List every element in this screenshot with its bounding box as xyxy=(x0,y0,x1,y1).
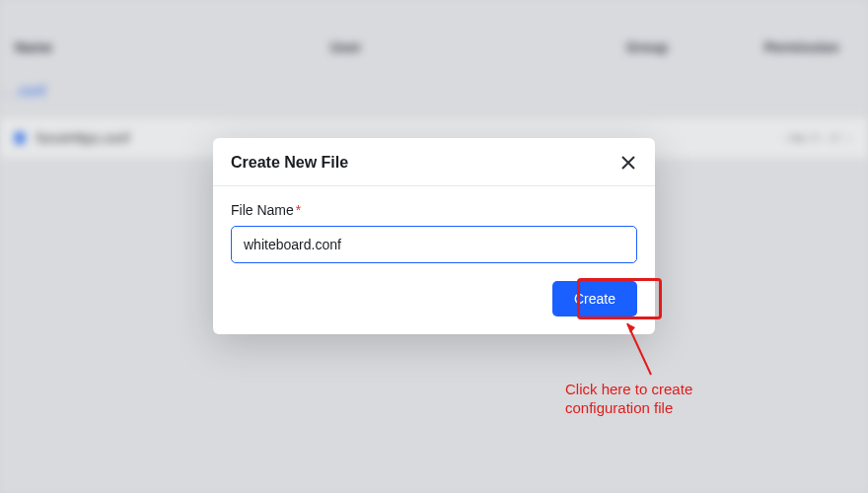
modal-title: Create New File xyxy=(231,154,348,172)
create-file-modal: Create New File File Name* Create xyxy=(213,138,655,334)
modal-header: Create New File xyxy=(213,138,655,186)
close-button[interactable] xyxy=(619,154,637,172)
modal-body: File Name* Create xyxy=(213,186,655,334)
file-name-label: File Name* xyxy=(231,202,637,218)
file-name-label-text: File Name xyxy=(231,202,294,218)
file-name-input[interactable] xyxy=(231,226,637,263)
close-icon xyxy=(621,156,635,170)
required-indicator: * xyxy=(296,202,301,218)
create-button[interactable]: Create xyxy=(552,281,637,317)
modal-footer: Create xyxy=(231,281,637,317)
